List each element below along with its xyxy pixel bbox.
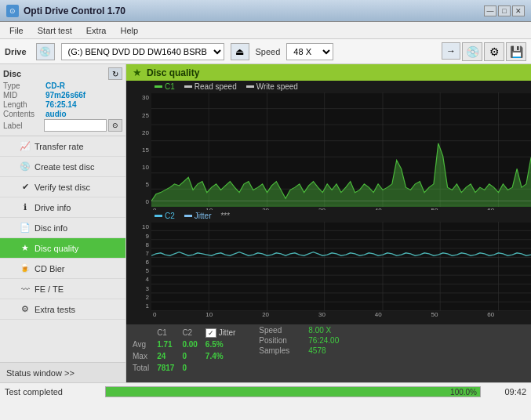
- extra-tests-icon: ⚙: [19, 303, 31, 316]
- bottom-status-bar: Test completed 100.0% 09:42: [0, 382, 531, 400]
- sidebar-item-extra-tests[interactable]: ⚙ Extra tests: [0, 299, 125, 320]
- settings-icon-btn[interactable]: ⚙: [484, 42, 504, 61]
- y-top-30: 30: [126, 94, 151, 101]
- chart1-svg: [151, 92, 531, 207]
- max-label: Max: [133, 351, 155, 361]
- disc-label-input[interactable]: [44, 119, 107, 132]
- disc-mid-value: 97m26s66f: [45, 91, 85, 100]
- menu-start-test[interactable]: Start test: [31, 24, 78, 37]
- sidebar-item-fe-te[interactable]: 〰 FE / TE: [0, 279, 125, 299]
- jitter-legend-label: Jitter: [195, 212, 212, 220]
- position-stat-value: 76:24.00: [308, 336, 339, 345]
- sidebar-item-disc-info[interactable]: 📄 Disc info: [0, 218, 125, 238]
- minimize-button[interactable]: —: [484, 5, 496, 16]
- drive-bar: Drive 💿 (G:) BENQ DVD DD DW1640 BSRB ⏏ S…: [0, 39, 531, 64]
- close-button[interactable]: ✕: [512, 5, 525, 16]
- c1-legend-dot: [155, 85, 162, 88]
- position-row: Position 76:24.00: [259, 336, 339, 345]
- drive-select[interactable]: (G:) BENQ DVD DD DW1640 BSRB: [61, 43, 224, 60]
- transfer-rate-icon: 📈: [19, 140, 31, 153]
- eject-button[interactable]: ⏏: [231, 43, 249, 60]
- disc-mid-label: MID: [3, 91, 42, 100]
- x-bot-60: 60: [487, 311, 494, 318]
- disc-length-label: Length: [3, 100, 42, 109]
- y-bot-6: 6: [126, 259, 151, 266]
- total-jitter-empty: [205, 363, 242, 373]
- c1-legend: C1: [155, 82, 175, 91]
- menu-extra[interactable]: Extra: [80, 24, 113, 37]
- sidebar-item-verify-test-disc[interactable]: ✔ Verify test disc: [0, 177, 125, 197]
- samples-row: Samples 4578: [259, 346, 339, 355]
- disc-length-value: 76:25.14: [45, 100, 76, 109]
- c2-legend-label: C2: [165, 212, 175, 220]
- read-speed-legend: Read speed: [184, 82, 237, 91]
- sidebar-item-cd-bier[interactable]: 🍺 CD Bier: [0, 259, 125, 279]
- maximize-button[interactable]: □: [498, 5, 511, 16]
- progress-text: 100.0%: [450, 387, 477, 398]
- content-header-title: Disc quality: [147, 67, 199, 78]
- cd-bier-icon: 🍺: [19, 262, 31, 275]
- stats-header-empty: [133, 328, 155, 338]
- jitter-asterisk: ***: [220, 212, 230, 220]
- sidebar-item-transfer-rate[interactable]: 📈 Transfer rate: [0, 136, 125, 157]
- stats-col-jitter: Jitter: [219, 328, 236, 337]
- sidebar-item-transfer-rate-label: Transfer rate: [35, 142, 84, 151]
- right-stats: Speed 8.00 X Position 76:24.00 Samples 4…: [259, 326, 339, 355]
- y-top-25: 25: [126, 112, 151, 119]
- y-bot-7: 7: [126, 250, 151, 257]
- speed-select[interactable]: 48 X: [286, 43, 333, 60]
- sidebar-item-verify-test-disc-label: Verify test disc: [35, 183, 90, 192]
- write-speed-legend-dot: [246, 85, 254, 88]
- position-stat-label: Position: [259, 336, 302, 345]
- save-icon-btn[interactable]: 💾: [506, 42, 526, 61]
- speed-label: Speed: [256, 47, 281, 56]
- disc-info-panel: Disc ↻ Type CD-R MID 97m26s66f Length 76…: [0, 64, 125, 136]
- write-speed-legend-label: Write speed: [256, 82, 298, 91]
- y-bot-3: 3: [126, 285, 151, 292]
- disc-contents-value: audio: [45, 110, 67, 118]
- y-top-15: 15: [126, 147, 151, 154]
- x-bot-0: 0: [153, 311, 156, 318]
- svg-marker-16: [151, 143, 531, 207]
- time-text: 09:42: [487, 387, 526, 396]
- drive-label: Drive: [5, 47, 27, 56]
- jitter-legend-dot: [184, 215, 192, 217]
- max-jitter: 7.4%: [205, 351, 242, 361]
- avg-c2: 0.00: [182, 339, 203, 349]
- label-icon-button[interactable]: ⊙: [108, 119, 122, 132]
- speed-stat-label: Speed: [259, 326, 302, 335]
- status-text: Test completed: [5, 387, 99, 396]
- chart-bottom: C2 Jitter *** 10 9 8 7 6 5 4: [126, 210, 531, 324]
- sidebar-item-create-test-disc-label: Create test disc: [35, 162, 94, 172]
- content-header: ★ Disc quality: [126, 64, 531, 81]
- sidebar-item-disc-info-label: Disc info: [35, 223, 67, 233]
- menu-help[interactable]: Help: [114, 24, 144, 37]
- create-test-disc-icon: 💿: [19, 161, 31, 173]
- jitter-checkbox[interactable]: ✓: [205, 328, 216, 338]
- disc-refresh-button[interactable]: ↻: [108, 67, 122, 80]
- sidebar-item-drive-info[interactable]: ℹ Drive info: [0, 197, 125, 218]
- y-bot-10: 10: [126, 223, 151, 230]
- sidebar-item-disc-quality[interactable]: ★ Disc quality: [0, 238, 125, 259]
- x-bot-40: 40: [375, 311, 382, 318]
- disc-panel-title: Disc: [3, 69, 21, 78]
- chart-top: C1 Read speed Write speed 30 25 20: [126, 81, 531, 210]
- sidebar-item-create-test-disc[interactable]: 💿 Create test disc: [0, 157, 125, 177]
- read-speed-legend-dot: [184, 85, 192, 88]
- y-bot-2: 2: [126, 294, 151, 301]
- disc-label-label: Label: [3, 121, 42, 130]
- status-window-button[interactable]: Status window >>: [0, 362, 125, 382]
- y-top-20: 20: [126, 129, 151, 136]
- app-title: Opti Drive Control 1.70: [24, 5, 125, 16]
- menu-file[interactable]: File: [3, 24, 30, 37]
- x-bot-10: 10: [205, 311, 213, 318]
- speed-row: Speed 8.00 X: [259, 326, 339, 335]
- y-bot-9: 9: [126, 233, 151, 240]
- arrow-icon-btn[interactable]: →: [442, 42, 460, 60]
- menu-bar: File Start test Extra Help: [0, 22, 531, 39]
- y-bot-1: 1: [126, 302, 151, 310]
- disc-contents-label: Contents: [3, 110, 42, 118]
- disc-icon-btn[interactable]: 💿: [462, 42, 482, 61]
- jitter-legend: Jitter: [184, 212, 212, 220]
- app-icon: ⊙: [6, 5, 19, 17]
